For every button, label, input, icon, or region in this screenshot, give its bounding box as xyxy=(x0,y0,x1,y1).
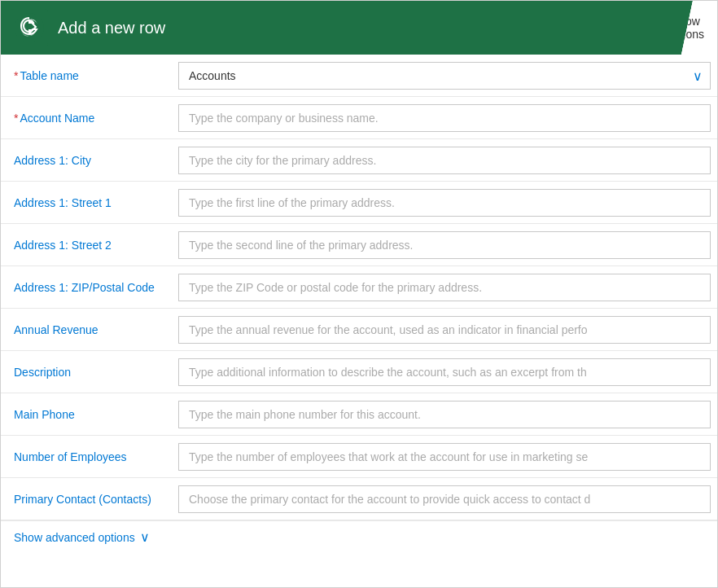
field-container-main-phone xyxy=(172,393,717,435)
field-row-account-name: * Account Name xyxy=(1,97,717,139)
field-container-address-zip xyxy=(172,266,717,308)
label-primary-contact: Primary Contact (Contacts) xyxy=(1,478,172,520)
field-container-num-employees xyxy=(172,436,717,477)
field-row-address-street1: Address 1: Street 1 xyxy=(1,182,717,224)
label-main-phone: Main Phone xyxy=(1,393,172,435)
show-options-container: Show options xyxy=(681,1,717,55)
form-content: * Table name Accounts Contacts Leads Opp… xyxy=(1,55,717,587)
advanced-options-button[interactable]: Show advanced options ∨ xyxy=(14,529,150,545)
input-primary-contact[interactable] xyxy=(178,485,711,513)
label-text-address-zip: Address 1: ZIP/Postal Code xyxy=(14,281,155,294)
table-name-row: * Table name Accounts Contacts Leads Opp… xyxy=(1,55,717,97)
label-text-description: Description xyxy=(14,366,71,379)
app-logo xyxy=(11,9,48,46)
field-row-description: Description xyxy=(1,351,717,393)
label-address-zip: Address 1: ZIP/Postal Code xyxy=(1,266,172,308)
input-account-name[interactable] xyxy=(178,104,711,132)
input-annual-revenue[interactable] xyxy=(178,316,711,344)
input-num-employees[interactable] xyxy=(178,443,711,471)
field-row-address-street2: Address 1: Street 2 xyxy=(1,224,717,266)
field-container-description xyxy=(172,351,717,393)
label-description: Description xyxy=(1,351,172,393)
field-container-annual-revenue xyxy=(172,309,717,350)
input-address-city[interactable] xyxy=(178,147,711,174)
label-num-employees: Number of Employees xyxy=(1,436,172,477)
table-name-field: Accounts Contacts Leads Opportunities ∨ xyxy=(172,55,717,96)
input-address-street1[interactable] xyxy=(178,189,711,217)
advanced-options-label: Show advanced options xyxy=(14,531,135,544)
label-text-num-employees: Number of Employees xyxy=(14,450,127,463)
label-address-street2: Address 1: Street 2 xyxy=(1,224,172,265)
form-fields: * Account NameAddress 1: CityAddress 1: … xyxy=(1,97,717,520)
field-container-address-city xyxy=(172,139,717,181)
label-text-main-phone: Main Phone xyxy=(14,408,75,421)
field-container-address-street1 xyxy=(172,182,717,223)
label-text-primary-contact: Primary Contact (Contacts) xyxy=(14,493,151,506)
table-name-label: * Table name xyxy=(1,55,172,96)
label-address-city: Address 1: City xyxy=(1,139,172,181)
field-container-account-name xyxy=(172,97,717,138)
form-footer: Show advanced options ∨ xyxy=(1,520,717,553)
logo-icon xyxy=(15,13,44,42)
table-name-select-wrapper: Accounts Contacts Leads Opportunities ∨ xyxy=(178,62,711,90)
show-options-button[interactable]: Show options xyxy=(648,1,717,55)
required-indicator: * xyxy=(14,69,18,82)
field-row-num-employees: Number of Employees xyxy=(1,436,717,478)
field-row-address-zip: Address 1: ZIP/Postal Code xyxy=(1,266,717,309)
label-text-annual-revenue: Annual Revenue xyxy=(14,323,99,336)
input-main-phone[interactable] xyxy=(178,401,711,428)
field-row-main-phone: Main Phone xyxy=(1,393,717,436)
label-address-street1: Address 1: Street 1 xyxy=(1,182,172,223)
field-row-address-city: Address 1: City xyxy=(1,139,717,182)
input-address-street2[interactable] xyxy=(178,231,711,259)
label-text-account-name: Account Name xyxy=(20,112,94,125)
field-container-primary-contact xyxy=(172,478,717,520)
label-annual-revenue: Annual Revenue xyxy=(1,309,172,350)
table-name-select[interactable]: Accounts Contacts Leads Opportunities xyxy=(178,62,711,90)
header: Add a new row Show options xyxy=(1,1,717,55)
label-text-address-street2: Address 1: Street 2 xyxy=(14,239,112,252)
app-container: Add a new row Show options * Table name … xyxy=(0,0,718,588)
label-account-name: * Account Name xyxy=(1,97,172,138)
field-container-address-street2 xyxy=(172,224,717,265)
input-address-zip[interactable] xyxy=(178,274,711,301)
page-title: Add a new row xyxy=(58,19,165,37)
advanced-options-chevron-icon: ∨ xyxy=(140,529,150,545)
field-row-primary-contact: Primary Contact (Contacts) xyxy=(1,478,717,520)
label-text-address-street1: Address 1: Street 1 xyxy=(14,196,112,209)
required-indicator: * xyxy=(14,112,18,125)
field-row-annual-revenue: Annual Revenue xyxy=(1,309,717,351)
input-description[interactable] xyxy=(178,358,711,386)
label-text-address-city: Address 1: City xyxy=(14,154,91,167)
